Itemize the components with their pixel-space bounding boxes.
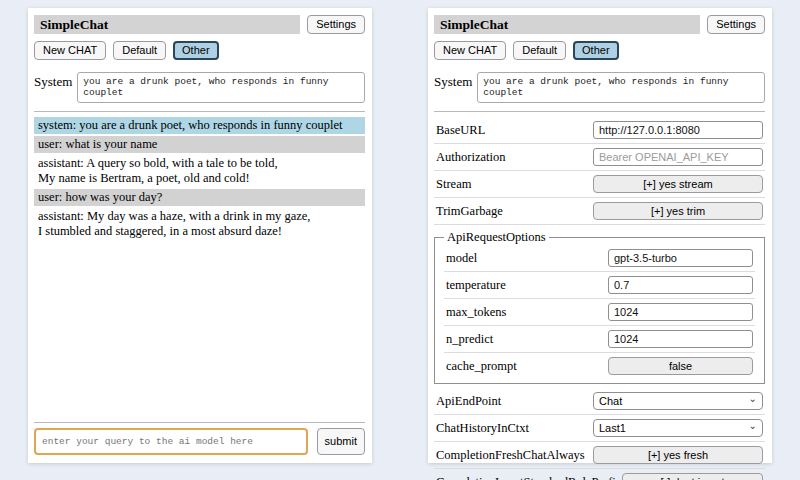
chat-message-assistant: assistant: My day was a haze, with a dri… bbox=[34, 208, 365, 240]
chat-message-user: user: what is your name bbox=[34, 136, 365, 153]
system-label: System bbox=[34, 72, 72, 103]
system-prompt-input[interactable]: you are a drunk poet, who responds in fu… bbox=[477, 72, 765, 103]
divider bbox=[34, 111, 365, 112]
setting-row-cache-prompt: cache_prompt false bbox=[444, 353, 755, 379]
chat-session-default-button[interactable]: Default bbox=[113, 41, 166, 60]
setting-row-n-predict: n_predict bbox=[444, 326, 755, 353]
query-input[interactable] bbox=[34, 428, 308, 455]
trimgarbage-toggle-button[interactable]: [+] yes trim bbox=[593, 202, 763, 220]
title-bar: SimpleChat Settings bbox=[434, 15, 765, 34]
setting-row-completion-insert: CompletionInsertStandardRolePrefix [-] d… bbox=[434, 469, 765, 480]
new-chat-button[interactable]: New CHAT bbox=[34, 41, 106, 60]
setting-label: CompletionFreshChatAlways bbox=[436, 448, 585, 463]
fieldset-legend: ApiRequestOptions bbox=[444, 230, 549, 245]
chat-session-other-button[interactable]: Other bbox=[173, 41, 219, 60]
system-prompt-row: System you are a drunk poet, who respond… bbox=[434, 72, 765, 103]
new-chat-button[interactable]: New CHAT bbox=[434, 41, 506, 60]
n-predict-input[interactable] bbox=[608, 330, 753, 348]
system-label: System bbox=[434, 72, 472, 103]
stream-toggle-button[interactable]: [+] yes stream bbox=[593, 175, 763, 193]
stage: SimpleChat Settings New CHAT Default Oth… bbox=[0, 0, 800, 471]
chevron-down-icon: ⌄ bbox=[749, 394, 757, 404]
setting-row-max-tokens: max_tokens bbox=[444, 299, 755, 326]
setting-label: TrimGarbage bbox=[436, 204, 503, 219]
setting-row-chat-history: ChatHistoryInCtxt Last1 ⌄ bbox=[434, 415, 765, 442]
chat-message-system: system: you are a drunk poet, who respon… bbox=[34, 117, 365, 134]
chat-session-default-button[interactable]: Default bbox=[513, 41, 566, 60]
model-input[interactable] bbox=[608, 249, 753, 267]
chat-session-buttons: New CHAT Default Other bbox=[34, 41, 365, 60]
setting-row-api-endpoint: ApiEndPoint Chat ⌄ bbox=[434, 388, 765, 415]
api-endpoint-select[interactable]: Chat ⌄ bbox=[593, 392, 763, 410]
baseurl-input[interactable] bbox=[593, 121, 763, 139]
setting-label: cache_prompt bbox=[446, 359, 517, 374]
query-row: submit bbox=[34, 428, 365, 455]
chevron-down-icon: ⌄ bbox=[749, 421, 757, 431]
setting-row-trimgarbage: TrimGarbage [+] yes trim bbox=[434, 198, 765, 225]
settings-list: BaseURL Authorization Stream [+] yes str… bbox=[434, 117, 765, 480]
select-value: Last1 bbox=[599, 422, 626, 434]
settings-button[interactable]: Settings bbox=[307, 15, 365, 34]
cache-prompt-toggle-button[interactable]: false bbox=[608, 357, 753, 375]
setting-row-baseurl: BaseURL bbox=[434, 117, 765, 144]
completion-insert-toggle-button[interactable]: [-] dont insert bbox=[622, 473, 763, 480]
app-title: SimpleChat bbox=[34, 15, 300, 34]
chat-message-assistant: assistant: A query so bold, with a tale … bbox=[34, 155, 365, 187]
settings-panel: SimpleChat Settings New CHAT Default Oth… bbox=[428, 8, 772, 463]
authorization-input[interactable] bbox=[593, 148, 763, 166]
setting-label: Stream bbox=[436, 177, 471, 192]
chat-session-buttons: New CHAT Default Other bbox=[434, 41, 765, 60]
setting-label: n_predict bbox=[446, 332, 493, 347]
submit-button[interactable]: submit bbox=[317, 428, 365, 455]
divider bbox=[34, 422, 365, 423]
setting-label: CompletionInsertStandardRolePrefix bbox=[436, 475, 622, 480]
chat-log: system: you are a drunk poet, who respon… bbox=[34, 117, 365, 418]
system-prompt-row: System you are a drunk poet, who respond… bbox=[34, 72, 365, 103]
setting-label: ChatHistoryInCtxt bbox=[436, 421, 529, 436]
query-footer: submit bbox=[34, 418, 365, 455]
setting-row-temperature: temperature bbox=[444, 272, 755, 299]
setting-label: ApiEndPoint bbox=[436, 394, 501, 409]
api-request-options-fieldset: ApiRequestOptions model temperature max_… bbox=[434, 230, 765, 384]
settings-button[interactable]: Settings bbox=[707, 15, 765, 34]
chat-history-select[interactable]: Last1 ⌄ bbox=[593, 419, 763, 437]
setting-row-model: model bbox=[444, 245, 755, 272]
app-title: SimpleChat bbox=[434, 15, 700, 34]
max-tokens-input[interactable] bbox=[608, 303, 753, 321]
setting-label: BaseURL bbox=[436, 123, 485, 138]
chat-panel: SimpleChat Settings New CHAT Default Oth… bbox=[28, 8, 372, 463]
title-bar: SimpleChat Settings bbox=[34, 15, 365, 34]
system-prompt-input[interactable]: you are a drunk poet, who responds in fu… bbox=[77, 72, 365, 103]
setting-label: max_tokens bbox=[446, 305, 506, 320]
temperature-input[interactable] bbox=[608, 276, 753, 294]
setting-row-stream: Stream [+] yes stream bbox=[434, 171, 765, 198]
setting-label: model bbox=[446, 251, 477, 266]
select-value: Chat bbox=[599, 395, 622, 407]
completion-fresh-toggle-button[interactable]: [+] yes fresh bbox=[593, 446, 763, 464]
setting-label: Authorization bbox=[436, 150, 505, 165]
setting-label: temperature bbox=[446, 278, 506, 293]
setting-row-completion-fresh: CompletionFreshChatAlways [+] yes fresh bbox=[434, 442, 765, 469]
setting-row-authorization: Authorization bbox=[434, 144, 765, 171]
chat-session-other-button[interactable]: Other bbox=[573, 41, 619, 60]
chat-message-user: user: how was your day? bbox=[34, 189, 365, 206]
divider bbox=[434, 111, 765, 112]
